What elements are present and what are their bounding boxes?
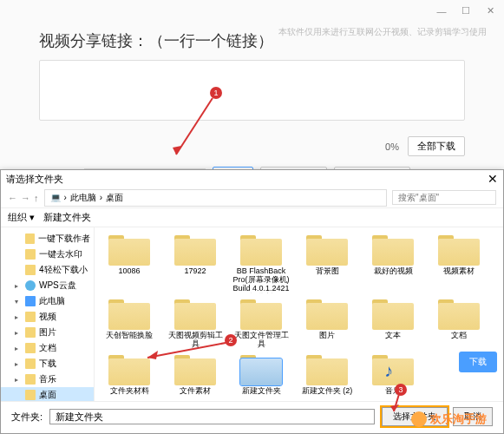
folder-item[interactable]: BB FlashBack Pro(屏幕录像机) Build 4.0.1.2421… [232, 233, 291, 293]
folder-icon [306, 233, 348, 266]
sidebar-label: 一键下载作者 [38, 233, 90, 245]
dialog-title: 请选择文件夹 [6, 173, 63, 186]
header-note: 本软件仅用来进行互联网公开视频、记录剪辑学习使用 [278, 26, 487, 38]
sidebar-label: 视频 [39, 311, 56, 323]
folder-icon [25, 327, 36, 338]
folder-item[interactable]: 天图视频剪辑工具 [166, 297, 225, 349]
folder-icon [240, 352, 282, 385]
sidebar-item[interactable]: 一键去水印 [1, 247, 94, 262]
folder-item[interactable]: 裁好的视频 [363, 233, 422, 293]
sidebar-item[interactable]: 4轻松下载小 [1, 262, 94, 278]
folder-item[interactable]: 文件夹材料 [100, 352, 159, 396]
folder-item[interactable]: 新建文件夹 [232, 352, 291, 396]
sidebar-label: WPS云盘 [39, 279, 76, 292]
cancel-button[interactable]: 取消 [453, 407, 493, 426]
sidebar-label: 此电脑 [39, 295, 65, 307]
folder-name-label: 文件夹: [11, 411, 43, 424]
sidebar-label: 下载 [39, 358, 56, 370]
folder-item[interactable]: 10086 [100, 233, 159, 293]
folder-icon [174, 352, 216, 385]
folder-item[interactable]: 图片 [298, 297, 357, 349]
sidebar-label: 一键去水印 [39, 248, 82, 260]
download-all-button[interactable]: 全部下载 [408, 136, 465, 156]
search-input[interactable] [392, 190, 496, 205]
nav-fwd-icon[interactable]: → [21, 193, 30, 203]
folder-label: 文档 [451, 332, 467, 340]
folder-icon [25, 343, 36, 353]
file-dialog: 请选择文件夹 ✕ ← → ↑ 💻 › 此电脑 › 桌面 组织 ▾ 新建文件夹 一… [0, 169, 504, 434]
folder-icon [108, 297, 150, 330]
folder-label: 天图视频剪辑工具 [166, 332, 225, 349]
breadcrumb[interactable]: 💻 › 此电脑 › 桌面 [44, 189, 388, 207]
folder-label: 天图文件管理工具 [232, 332, 291, 349]
folder-label: 视频素材 [443, 267, 475, 276]
folder-label: 文件夹材料 [110, 387, 149, 396]
sidebar-item[interactable]: ▸WPS云盘 [1, 278, 94, 293]
folder-item[interactable]: 文本 [363, 297, 422, 349]
folder-item[interactable]: 17922 [166, 233, 225, 293]
folder-label: 天创智能换脸 [106, 332, 153, 340]
progress-text: 0% [385, 141, 399, 152]
titlebar: — ☐ ✕ [0, 0, 504, 22]
folder-item[interactable]: 文档 [429, 297, 488, 349]
sidebar-label: 4轻松下载小 [39, 264, 88, 276]
folder-icon [306, 352, 348, 385]
sidebar-label: 图片 [39, 326, 56, 339]
folder-icon [372, 233, 414, 266]
folder-icon [25, 233, 35, 244]
folder-icon [108, 233, 150, 266]
organize-menu[interactable]: 组织 ▾ [8, 211, 35, 224]
folder-item[interactable]: 背景图 [298, 233, 357, 293]
main-window: — ☐ ✕ 本软件仅用来进行互联网公开视频、记录剪辑学习使用 视频分享链接：（一… [0, 0, 504, 174]
folder-label: 17922 [184, 267, 206, 276]
folder-icon [25, 249, 36, 260]
nav-back-icon[interactable]: ← [8, 193, 17, 203]
maximize-icon[interactable]: ☐ [459, 4, 473, 18]
folder-item[interactable]: 视频素材 [429, 233, 488, 293]
folder-icon [240, 297, 282, 330]
sidebar-item[interactable]: ▸音乐 [1, 372, 94, 387]
sidebar-item[interactable]: 桌面 [1, 387, 94, 401]
sidebar-label: 桌面 [39, 389, 56, 401]
folder-icon [372, 297, 414, 330]
folder-label: 音乐 [385, 387, 401, 396]
folder-item[interactable]: 新建文件夹 (2) [298, 352, 357, 396]
folder-icon [240, 233, 282, 266]
links-textarea[interactable] [39, 60, 465, 121]
folder-icon [25, 265, 36, 275]
folder-label: 新建文件夹 [242, 387, 281, 396]
folder-item[interactable]: ♪音乐 [363, 352, 422, 396]
folder-icon [25, 358, 36, 369]
sidebar-item[interactable]: ▸视频 [1, 309, 94, 325]
nav-up-icon[interactable]: ↑ [34, 193, 39, 203]
folder-label: 裁好的视频 [374, 267, 413, 276]
folder-icon [174, 233, 216, 266]
folder-label: 图片 [319, 332, 335, 340]
new-folder-button[interactable]: 新建文件夹 [43, 211, 91, 224]
pc-icon [25, 296, 36, 306]
folder-name-input[interactable] [49, 409, 375, 424]
folder-label: BB FlashBack Pro(屏幕录像机) Build 4.0.1.2421… [232, 267, 291, 293]
file-grid: 1008617922BB FlashBack Pro(屏幕录像机) Build … [95, 227, 503, 401]
sidebar-item[interactable]: 一键下载作者 [1, 231, 94, 247]
sidebar-item[interactable]: ▸图片 [1, 325, 94, 340]
sidebar-item[interactable]: ▾此电脑 [1, 293, 94, 309]
folder-icon [25, 312, 36, 322]
select-folder-button[interactable]: 选择文件夹 [382, 407, 448, 426]
folder-label: 文件素材 [180, 387, 211, 396]
folder-item[interactable]: 文件素材 [166, 352, 225, 396]
folder-label: 10086 [118, 267, 140, 276]
folder-item[interactable]: 天创智能换脸 [100, 297, 159, 349]
folder-icon [438, 297, 480, 330]
close-icon[interactable]: ✕ [483, 4, 497, 18]
pc-icon: 💻 [50, 193, 61, 202]
folder-icon [25, 374, 36, 385]
sidebar-item[interactable]: ▸文档 [1, 340, 94, 356]
minimize-icon[interactable]: — [435, 4, 448, 18]
sidebar-item[interactable]: ▸下载 [1, 356, 94, 372]
folder-label: 背景图 [316, 267, 339, 276]
folder-item[interactable]: 天图文件管理工具 [232, 297, 291, 349]
dialog-close-icon[interactable]: ✕ [488, 172, 498, 186]
download-button[interactable]: 下载 [459, 352, 497, 372]
sidebar-label: 文档 [39, 342, 56, 354]
